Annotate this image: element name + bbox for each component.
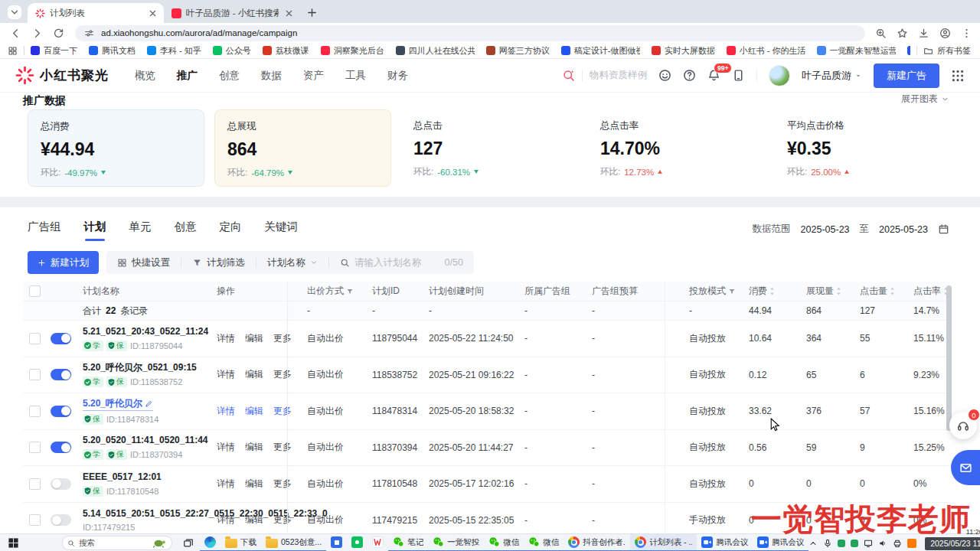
col-bid[interactable]: 出价方式 bbox=[307, 285, 372, 298]
tab-search-icon[interactable] bbox=[8, 5, 21, 19]
table-scrollbar[interactable] bbox=[946, 285, 952, 431]
sort-icon[interactable] bbox=[890, 286, 895, 296]
taskbar-app[interactable] bbox=[326, 534, 347, 551]
row-checkbox[interactable] bbox=[29, 442, 41, 453]
forward-icon[interactable] bbox=[31, 28, 43, 39]
filter-icon[interactable] bbox=[728, 288, 736, 295]
row-toggle[interactable] bbox=[51, 514, 71, 526]
tray-app-icon[interactable] bbox=[838, 540, 845, 547]
taskbar-app[interactable] bbox=[347, 534, 368, 551]
tab-创意[interactable]: 创意 bbox=[175, 220, 197, 234]
more-link[interactable]: 更多 bbox=[273, 332, 292, 345]
expand-chart-toggle[interactable]: 展开图表 bbox=[901, 93, 949, 106]
row-toggle[interactable] bbox=[51, 406, 71, 417]
plan-name[interactable]: 5.20_0520_11:41_0520_11:44 bbox=[83, 435, 208, 445]
profile-icon[interactable] bbox=[939, 28, 951, 39]
date-range-picker[interactable]: 数据范围 2025-05-23 至 2025-05-23 bbox=[753, 223, 949, 236]
taskbar-app-0523创意...[interactable]: 0523创意... bbox=[261, 534, 326, 551]
bookmark-item[interactable]: 一觉醒来智慧运营v... bbox=[817, 45, 896, 57]
address-bar[interactable]: ad.xiaohongshu.com/aurora/ad/manage/camp… bbox=[75, 25, 865, 41]
nav-item-财务[interactable]: 财务 bbox=[387, 69, 408, 83]
detail-link[interactable]: 详情 bbox=[217, 368, 235, 381]
back-icon[interactable] bbox=[10, 28, 21, 39]
tab-计划[interactable]: 计划 bbox=[84, 220, 106, 234]
taskbar-app-一觉智投[interactable]: 一觉智投 bbox=[428, 534, 484, 551]
select-all-checkbox[interactable] bbox=[29, 285, 41, 297]
avatar[interactable] bbox=[769, 65, 790, 86]
taskbar-app-微信[interactable]: 微信 bbox=[524, 534, 564, 551]
col-cost[interactable]: 消费 bbox=[749, 285, 806, 298]
tab-广告组[interactable]: 广告组 bbox=[28, 220, 61, 234]
edit-link[interactable]: 编辑 bbox=[245, 332, 263, 345]
taskbar-app-笔记[interactable]: 笔记 bbox=[388, 534, 428, 551]
plan-name[interactable]: 5.21_0521_20:43_0522_11:24 bbox=[83, 326, 208, 337]
more-link[interactable]: 更多 bbox=[273, 478, 292, 491]
col-ctr[interactable]: 点击率 bbox=[913, 285, 949, 298]
sort-icon[interactable] bbox=[836, 286, 841, 296]
bookmark-item[interactable]: 小红书 - 你的生活... bbox=[727, 45, 805, 57]
row-checkbox[interactable] bbox=[29, 514, 41, 526]
notifications-bell-icon[interactable]: 99+ bbox=[707, 69, 720, 82]
tab-close-icon[interactable] bbox=[283, 8, 295, 19]
plan-filter-button[interactable]: 计划筛选 bbox=[181, 256, 256, 269]
browser-tab[interactable]: 叶子品质游 - 小红书搜索 bbox=[164, 3, 300, 23]
apps-grid-icon[interactable] bbox=[8, 46, 18, 56]
apps-menu-icon[interactable] bbox=[951, 69, 965, 83]
more-link[interactable]: 更多 bbox=[273, 368, 292, 381]
new-plan-button[interactable]: 新建计划 bbox=[28, 251, 99, 274]
bookmark-item[interactable]: 百度一下 bbox=[31, 45, 77, 57]
tab-定向[interactable]: 定向 bbox=[220, 220, 242, 234]
nav-item-推广[interactable]: 推广 bbox=[177, 69, 198, 83]
bookmark-item[interactable]: 稿定设计-做图做视... bbox=[907, 45, 910, 57]
task-view-icon[interactable] bbox=[183, 538, 194, 549]
plan-name[interactable]: EEEE_0517_12:01 bbox=[83, 471, 162, 482]
app-logo[interactable]: 小红书聚光 bbox=[15, 66, 109, 85]
header-search[interactable]: 物料资质样例 bbox=[562, 69, 647, 82]
detail-link[interactable]: 详情 bbox=[217, 405, 235, 418]
detail-link[interactable]: 详情 bbox=[217, 514, 235, 527]
nav-item-概览[interactable]: 概览 bbox=[135, 69, 155, 83]
tab-单元[interactable]: 单元 bbox=[129, 220, 152, 234]
row-checkbox[interactable] bbox=[29, 478, 41, 490]
row-toggle[interactable] bbox=[51, 478, 71, 490]
search-field-select[interactable]: 计划名称 bbox=[256, 256, 328, 269]
more-link[interactable]: 更多 bbox=[273, 514, 292, 527]
feedback-smiley-icon[interactable] bbox=[658, 69, 671, 82]
taskbar-app[interactable] bbox=[200, 534, 220, 551]
edit-link[interactable]: 编辑 bbox=[245, 405, 263, 418]
col-mode[interactable]: 投放模式 bbox=[689, 285, 749, 298]
reload-icon[interactable] bbox=[53, 28, 64, 39]
taskbar-app-计划列表 - ...[interactable]: 计划列表 - ... bbox=[630, 534, 697, 551]
row-checkbox[interactable] bbox=[29, 406, 41, 417]
col-clicks[interactable]: 点击量 bbox=[860, 285, 913, 298]
browser-tab[interactable]: 计划列表 bbox=[28, 3, 164, 23]
bookmark-item[interactable]: 腾讯文档 bbox=[89, 45, 136, 57]
plan-name[interactable]: 5.20_呼伦贝尔_0521_09:15 bbox=[83, 362, 197, 373]
nav-item-创意[interactable]: 创意 bbox=[219, 69, 240, 83]
nav-item-数据[interactable]: 数据 bbox=[261, 69, 282, 83]
edit-link[interactable]: 编辑 bbox=[245, 368, 263, 381]
date-to[interactable]: 2025-05-23 bbox=[879, 224, 928, 235]
tab-关键词[interactable]: 关键词 bbox=[265, 220, 299, 234]
date-from[interactable]: 2025-05-23 bbox=[801, 224, 850, 235]
taskbar-app-腾讯会议[interactable]: 腾讯会议 bbox=[697, 534, 753, 551]
new-tab-button[interactable] bbox=[306, 7, 318, 18]
more-link[interactable]: 更多 bbox=[273, 441, 292, 454]
taskbar-app-抖音创作者...[interactable]: 抖音创作者... bbox=[564, 534, 630, 551]
col-impr[interactable]: 展现量 bbox=[806, 285, 860, 298]
new-ad-button[interactable]: 新建广告 bbox=[874, 64, 939, 88]
start-button[interactable] bbox=[8, 537, 19, 549]
row-checkbox[interactable] bbox=[29, 333, 41, 344]
bookmark-item[interactable]: 稿定设计-做图做视... bbox=[561, 45, 640, 57]
all-bookmarks[interactable]: 所有书签 bbox=[923, 45, 971, 57]
bookmark-item[interactable]: 网签三方协议 bbox=[486, 45, 550, 57]
message-fab[interactable] bbox=[951, 450, 980, 485]
site-settings-icon[interactable] bbox=[84, 28, 94, 38]
quick-settings-button[interactable]: 快捷设置 bbox=[106, 256, 181, 269]
bookmark-item[interactable]: 四川人社在线公共... bbox=[396, 45, 475, 57]
bookmark-item[interactable]: 实时大屏数据 bbox=[652, 45, 715, 57]
browser-menu-icon[interactable] bbox=[961, 28, 972, 39]
plan-name[interactable]: 5.20_呼伦贝尔 bbox=[83, 398, 153, 411]
account-menu[interactable]: 叶子品质游 bbox=[802, 69, 862, 83]
detail-link[interactable]: 详情 bbox=[217, 332, 235, 345]
